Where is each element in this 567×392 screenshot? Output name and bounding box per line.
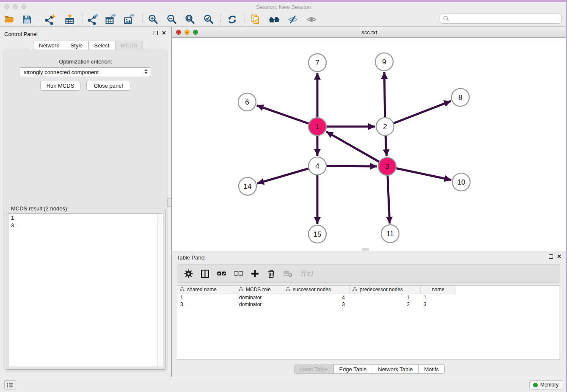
tab-style[interactable]: Style — [65, 41, 89, 50]
column-label: predecessor nodes — [360, 287, 403, 293]
column-header-shared-name[interactable]: shared name — [177, 286, 236, 294]
run-mcds-button[interactable]: Run MCDS — [40, 81, 80, 91]
table-row[interactable]: 1dominator411 — [177, 294, 560, 301]
column-type-icon — [239, 287, 243, 292]
node-15[interactable]: 15 — [308, 225, 326, 243]
memory-label: Memory — [540, 382, 559, 388]
node-label: 1 — [315, 123, 319, 131]
tab-network-table[interactable]: Network Table — [372, 364, 418, 374]
export-table-icon[interactable] — [104, 14, 117, 25]
add-column-icon[interactable] — [251, 270, 259, 278]
node-8[interactable]: 8 — [451, 88, 469, 106]
delete-table-icon[interactable] — [284, 270, 292, 277]
node-4[interactable]: 4 — [308, 157, 326, 175]
control-panel-scrollbar[interactable] — [167, 50, 170, 371]
zoom-out-icon[interactable] — [165, 14, 178, 25]
open-session-icon[interactable] — [3, 14, 16, 25]
select-all-icon[interactable] — [217, 271, 226, 276]
table-row[interactable]: 3dominator323 — [177, 301, 560, 308]
tab-mcds[interactable]: MCDS — [115, 41, 143, 50]
network-graph: 7968124314101511 — [172, 38, 565, 251]
export-image-icon[interactable] — [123, 14, 135, 25]
export-network-icon[interactable] — [86, 14, 99, 25]
mcds-panel: Optimization criterion: strongly connect… — [3, 50, 168, 372]
split-view-icon[interactable] — [201, 270, 209, 278]
result-scrollbar[interactable] — [157, 214, 163, 367]
node-11[interactable]: 11 — [381, 225, 399, 243]
table-tabs: Node TableEdge TableNetwork TableMotifs — [294, 364, 445, 374]
edge-1-6[interactable] — [257, 105, 317, 127]
node-2[interactable]: 2 — [376, 118, 394, 135]
edge-2-8[interactable] — [385, 101, 451, 127]
node-label: 9 — [382, 58, 386, 66]
hide-panels-icon[interactable] — [286, 14, 299, 25]
network-window-titlebar[interactable]: × − + scc.txt — [172, 27, 567, 38]
close-table-panel-icon[interactable]: × — [557, 254, 561, 259]
table-scrollbar[interactable] — [559, 286, 560, 359]
table-header: shared nameMCDS rolesuccessor nodesprede… — [177, 286, 560, 294]
column-header-successor-nodes[interactable]: successor nodes — [283, 286, 350, 294]
search-input[interactable] — [451, 15, 561, 22]
show-panels-icon[interactable] — [305, 14, 318, 25]
table-cell[interactable]: 4 — [283, 294, 350, 301]
tab-select[interactable]: Select — [88, 41, 116, 50]
canvas-hscroll-nub[interactable] — [362, 248, 369, 251]
application-window: Session: New Session — [0, 0, 567, 392]
criterion-dropdown[interactable]: strongly connected component — [19, 67, 151, 77]
table-cell[interactable]: 3 — [177, 301, 236, 308]
node-label: 14 — [244, 182, 252, 190]
search-box[interactable] — [440, 14, 561, 24]
tab-network[interactable]: Network — [33, 41, 65, 50]
import-table-icon[interactable] — [63, 14, 76, 25]
edge-3-10[interactable] — [387, 166, 451, 180]
refresh-icon[interactable] — [226, 14, 239, 25]
table-cell[interactable]: 3 — [421, 301, 456, 308]
control-panel-title: Control Panel — [4, 31, 38, 37]
deselect-all-icon[interactable] — [234, 271, 243, 276]
edge-3-1[interactable] — [326, 132, 387, 166]
float-table-panel-icon[interactable] — [549, 254, 553, 259]
table-cell[interactable]: dominator — [236, 301, 283, 308]
float-panel-icon[interactable] — [154, 31, 158, 35]
network-canvas[interactable]: 7968124314101511 — [172, 38, 567, 251]
mcds-result-group: MCDS result (2 nodes) 13 — [6, 209, 165, 370]
function-builder-icon[interactable]: f(x) — [300, 269, 313, 278]
close-panel-icon[interactable]: × — [162, 31, 166, 35]
node-1[interactable]: 1 — [308, 118, 326, 135]
splitter-grip[interactable] — [167, 198, 171, 207]
node-7[interactable]: 7 — [308, 54, 326, 72]
table-cell[interactable]: 3 — [283, 301, 350, 308]
zoom-fit-icon[interactable] — [184, 14, 196, 25]
close-panel-button[interactable]: Close panel — [86, 81, 130, 91]
zoom-in-icon[interactable] — [147, 14, 160, 25]
import-network-icon[interactable] — [44, 14, 56, 25]
memory-button[interactable]: Memory — [529, 380, 563, 389]
node-14[interactable]: 14 — [239, 177, 256, 195]
zoom-selected-icon[interactable] — [202, 14, 215, 25]
gear-icon[interactable] — [184, 269, 193, 278]
node-9[interactable]: 9 — [375, 53, 393, 71]
tab-motifs[interactable]: Motifs — [418, 364, 445, 374]
table-cell[interactable]: 1 — [177, 294, 236, 301]
memory-status-icon — [533, 383, 538, 387]
table-cell[interactable]: 2 — [350, 301, 421, 308]
table-cell[interactable]: dominator — [236, 294, 283, 301]
task-history-button[interactable] — [4, 380, 16, 389]
toolbar-separator — [245, 14, 245, 25]
home-icon[interactable] — [268, 14, 281, 25]
column-header-predecessor-nodes[interactable]: predecessor nodes — [350, 286, 421, 294]
node-3[interactable]: 3 — [378, 157, 396, 175]
table-cell[interactable]: 1 — [421, 294, 456, 301]
save-session-icon[interactable] — [21, 14, 33, 25]
tab-edge-table[interactable]: Edge Table — [333, 364, 372, 374]
table-cell[interactable]: 1 — [350, 294, 421, 301]
column-header-MCDS-role[interactable]: MCDS role — [236, 286, 283, 294]
delete-column-icon[interactable] — [267, 269, 275, 278]
toolbar-separator — [220, 14, 221, 25]
tab-node-table[interactable]: Node Table — [294, 364, 334, 374]
column-header-name[interactable]: name — [421, 286, 456, 294]
node-6[interactable]: 6 — [238, 93, 256, 111]
duplicate-network-icon[interactable] — [249, 14, 262, 25]
control-panel: Control Panel × NetworkStyleSelectMCDS O… — [0, 27, 171, 377]
node-10[interactable]: 10 — [452, 173, 470, 191]
